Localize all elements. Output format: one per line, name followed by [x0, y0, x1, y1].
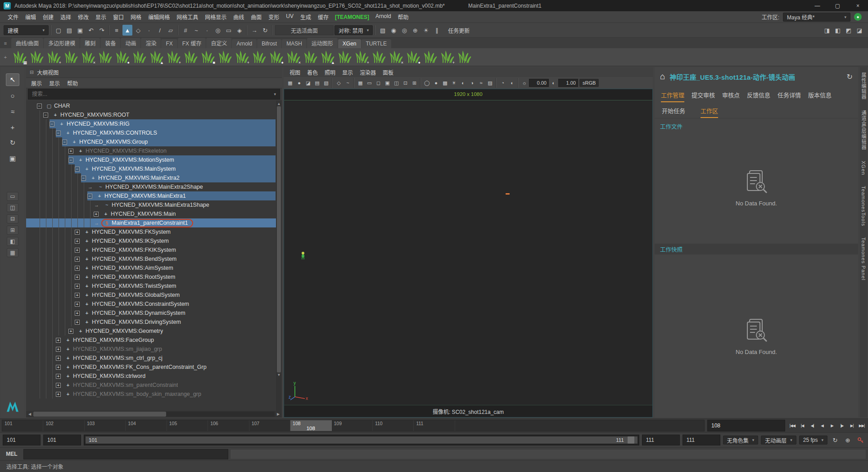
timeline-frame[interactable]: 101: [2, 420, 43, 431]
right-panel-tab[interactable]: 审核点: [722, 91, 740, 102]
tree-row[interactable]: + + HYCNED_KMXVMS:AimSystem: [26, 263, 282, 272]
viewport-bar-icon[interactable]: [331, 78, 334, 88]
tree-expander-icon[interactable]: +: [75, 230, 80, 235]
scroll-right-icon[interactable]: ▶: [276, 412, 281, 416]
symmetry-select[interactable]: 对称: 禁用▾: [335, 25, 373, 35]
shelf-tab[interactable]: MASH: [282, 39, 307, 48]
command-language-toggle[interactable]: MEL: [2, 451, 22, 457]
timeline-frame[interactable]: 103: [85, 420, 126, 431]
tree-expander-icon[interactable]: +: [56, 356, 61, 361]
tree-row[interactable]: + + HYCNED_KMXVMS:RootSystem: [26, 272, 282, 281]
viewport-bar-icon[interactable]: [495, 78, 498, 88]
tree-expander-icon[interactable]: +: [75, 311, 80, 316]
xgen-grass-tool-icon[interactable]: [371, 49, 387, 65]
resolution-gate-icon[interactable]: ◻: [374, 78, 383, 87]
tree-expander-icon[interactable]: −: [37, 104, 42, 109]
menu-item[interactable]: 选择: [57, 13, 74, 21]
panel-grid-layout-button[interactable]: ▦: [7, 248, 18, 257]
menu-item[interactable]: 编辑: [22, 13, 39, 21]
safe-action-icon[interactable]: ⊡: [401, 78, 410, 87]
three-pane-layout-button[interactable]: ⊟: [7, 214, 18, 223]
xgen-clump-icon[interactable]: ×: [388, 49, 404, 65]
bookmarks-icon[interactable]: ▤: [313, 78, 321, 87]
xgen-preview-icon[interactable]: ●: [405, 49, 421, 65]
snap-to-projected-center-icon[interactable]: ◎: [213, 25, 223, 36]
paint-select-tool-icon[interactable]: ≈: [6, 105, 19, 118]
timeline-frame[interactable]: 108 108: [290, 420, 331, 431]
tree-row[interactable]: + + HYCNED_KMXVMS:GlobalSystem: [26, 290, 282, 300]
timeline-frame[interactable]: 109: [332, 420, 373, 431]
outliner-vertical-scrollbar[interactable]: ▲ ▼: [276, 100, 282, 411]
right-panel-tab[interactable]: 反馈信息: [747, 91, 770, 102]
xray-icon[interactable]: ◔: [498, 78, 507, 87]
maximize-button[interactable]: ▢: [827, 0, 848, 11]
select-tool-icon[interactable]: ↖: [6, 73, 19, 86]
image-plane-icon[interactable]: ▧: [322, 78, 330, 87]
motion-blur-icon[interactable]: ≈: [477, 78, 485, 87]
grease-pencil-icon[interactable]: ~: [344, 78, 352, 87]
viewport-bar-icon[interactable]: [516, 78, 520, 88]
tree-row[interactable]: − + HYCNED_KMXVMS:MotionSystem: [26, 155, 282, 164]
scroll-down-icon[interactable]: ▼: [277, 372, 281, 378]
tree-row[interactable]: + + HYCNED_KMXVMS:FitSkeleton: [26, 146, 282, 155]
viewport-bar-icon[interactable]: [353, 78, 356, 88]
xgen-grass-tool-icon[interactable]: [422, 49, 439, 65]
side-panel-tab[interactable]: 通道盒/层编辑器: [860, 110, 867, 150]
menu-item[interactable]: 显示: [339, 68, 356, 76]
tree-row[interactable]: + + HYCNED_KMXVMS:ctrlword: [26, 372, 282, 381]
right-panel-tab[interactable]: 提交审核: [692, 91, 715, 102]
tree-expander-icon[interactable]: −: [56, 131, 61, 136]
menu-item[interactable]: 窗口: [110, 13, 127, 21]
shelf-tab[interactable]: FX: [161, 39, 177, 48]
select-by-component-icon[interactable]: ◇: [133, 25, 143, 36]
select-by-object-icon[interactable]: ▲: [122, 25, 132, 36]
xgen-grass-tool-icon[interactable]: [457, 49, 473, 65]
minimize-button[interactable]: —: [807, 0, 827, 11]
menu-item[interactable]: 曲面: [248, 13, 265, 21]
timeline-frame[interactable]: 106: [208, 420, 249, 431]
menu-item[interactable]: 缓存: [315, 13, 332, 21]
tree-expander-icon[interactable]: +: [94, 212, 99, 217]
range-slider[interactable]: 101 111: [84, 435, 639, 445]
current-time-field[interactable]: [707, 420, 785, 431]
xgen-grass-tool-icon[interactable]: [217, 49, 233, 65]
menu-item-teamones[interactable]: [TEAMONES]: [332, 14, 372, 20]
xgen-width-icon[interactable]: +: [354, 49, 370, 65]
xgen-region-icon[interactable]: ■: [200, 49, 216, 65]
xgen-guides-icon[interactable]: +: [439, 49, 456, 65]
right-panel-tab[interactable]: 工作区: [701, 106, 718, 118]
tree-row[interactable]: − + HYCNED_KMXVMS:RIG: [26, 119, 282, 128]
outliner-search-input[interactable]: [32, 91, 271, 97]
snap-to-point-icon[interactable]: ∙: [202, 25, 212, 36]
shelf-tab[interactable]: 多边形建模: [44, 38, 80, 48]
menu-item[interactable]: 渲染器: [357, 68, 379, 76]
playback-start-field[interactable]: [43, 435, 81, 445]
shelf-tab[interactable]: Bifrost: [257, 39, 281, 48]
tree-row[interactable]: + + HYCNED_KMXVMS:DynamicSystem: [26, 309, 282, 318]
menu-item[interactable]: 帮助: [395, 13, 412, 21]
new-scene-icon[interactable]: ▢: [54, 25, 63, 36]
xgen-cut-icon[interactable]: ×: [285, 49, 302, 65]
tree-expander-icon[interactable]: +: [56, 374, 61, 379]
exposure-field[interactable]: [529, 79, 549, 87]
tree-row[interactable]: → ~ HYCNED_KMXVMS:MainExtra2Shape: [26, 182, 282, 191]
shelf-tab[interactable]: 装备: [100, 38, 120, 48]
menu-item[interactable]: 帮助: [64, 79, 81, 87]
move-tool-icon[interactable]: +: [6, 121, 19, 133]
chevron-down-icon[interactable]: ▾: [274, 92, 276, 96]
fps-select[interactable]: 25 fps▾: [799, 436, 827, 445]
tree-expander-icon[interactable]: −: [68, 158, 73, 163]
menu-set-select[interactable]: 建模▾: [4, 25, 49, 35]
timeline-frame[interactable]: 105: [167, 420, 208, 431]
right-panel-tab[interactable]: 任务详情: [778, 91, 801, 102]
save-scene-icon[interactable]: ▣: [75, 25, 85, 36]
animation-end-field[interactable]: [683, 435, 720, 445]
tree-row[interactable]: + + HYCNED_KMXVMS:sm_ctrl_grp_cj: [26, 354, 282, 363]
tree-row[interactable]: − + HYCNED_KMXVMS:ROOT: [26, 110, 282, 119]
tree-expander-icon[interactable]: +: [56, 365, 61, 370]
menu-item[interactable]: 修改: [75, 13, 92, 21]
toolbar-icon[interactable]: [245, 25, 249, 35]
menu-item[interactable]: 显示: [92, 13, 109, 21]
channel-box-toggle-icon[interactable]: ◨: [822, 25, 832, 36]
menu-item[interactable]: 网格工具: [173, 13, 201, 21]
